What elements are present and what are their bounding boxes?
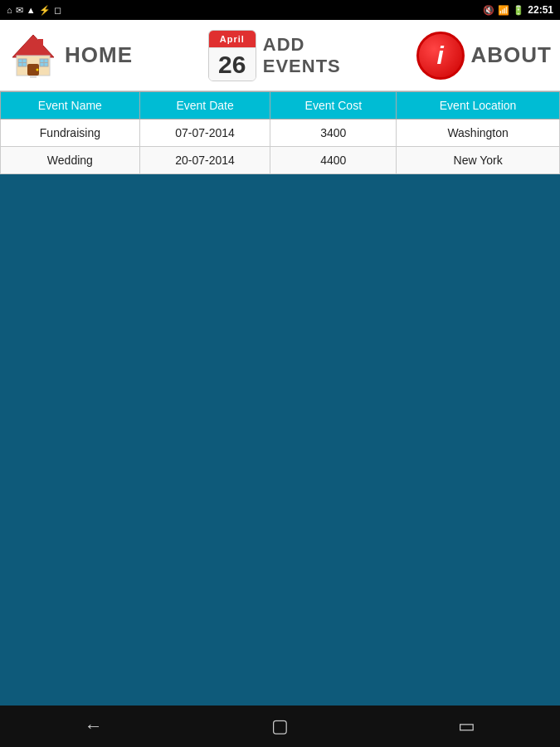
bottom-bar: ← ▢ ▭ (0, 706, 560, 747)
table-row[interactable]: Fundraising07-07-20143400Washington (1, 120, 560, 147)
about-label: ABOUT (471, 42, 552, 68)
status-bar-right: 🔇 📶 🔋 22:51 (483, 4, 553, 16)
add-events-button[interactable]: April 26 ADDEVENTS (208, 30, 341, 81)
usb-icon: ⚡ (39, 5, 51, 16)
table-body: Fundraising07-07-20143400WashingtonWeddi… (1, 120, 560, 174)
table-cell-date: 07-07-2014 (139, 120, 270, 147)
battery-icon: 🔋 (513, 5, 524, 16)
table-header-row: Event Name Event Date Event Cost Event L… (1, 92, 560, 120)
col-event-location: Event Location (397, 92, 560, 120)
home-status-icon: ⌂ (7, 5, 12, 15)
home-icon (8, 31, 58, 81)
about-icon: i (416, 32, 465, 80)
table-cell-cost: 3400 (270, 120, 397, 147)
mute-icon: 🔇 (483, 5, 494, 16)
back-button[interactable]: ← (85, 715, 103, 737)
col-event-date: Event Date (139, 92, 270, 120)
mail-icon: ✉ (16, 5, 23, 16)
home-nav-button[interactable]: ▢ (271, 715, 289, 737)
calendar-day: 26 (209, 47, 256, 81)
table-cell-name: Fundraising (1, 120, 140, 147)
home-label: HOME (65, 42, 133, 68)
table-cell-cost: 4400 (270, 147, 397, 174)
svg-marker-0 (12, 35, 54, 57)
recents-button[interactable]: ▭ (458, 715, 475, 737)
table-cell-date: 20-07-2014 (139, 147, 270, 174)
svg-rect-1 (38, 39, 43, 49)
about-button[interactable]: i ABOUT (416, 32, 552, 80)
table-cell-location: Washington (397, 120, 560, 147)
status-time: 22:51 (528, 4, 553, 16)
svg-point-4 (37, 68, 39, 71)
signal-icon: 📶 (498, 5, 509, 16)
screenshot-icon: ◻ (54, 5, 61, 16)
table-cell-location: New York (397, 147, 560, 174)
status-bar: ⌂ ✉ ▲ ⚡ ◻ 🔇 📶 🔋 22:51 (0, 0, 560, 20)
event-table: Event Name Event Date Event Cost Event L… (0, 91, 560, 174)
svg-rect-11 (30, 76, 37, 78)
home-button[interactable]: HOME (8, 31, 133, 81)
calendar-icon: April 26 (208, 30, 256, 81)
wifi-icon: ▲ (27, 5, 36, 15)
col-event-cost: Event Cost (270, 92, 397, 120)
status-bar-left: ⌂ ✉ ▲ ⚡ ◻ (7, 5, 61, 16)
calendar-month: April (209, 31, 256, 47)
add-events-label: ADDEVENTS (263, 34, 341, 76)
col-event-name: Event Name (1, 92, 140, 120)
table-cell-name: Wedding (1, 147, 140, 174)
table-row[interactable]: Wedding20-07-20144400New York (1, 147, 560, 174)
nav-bar: HOME April 26 ADDEVENTS i ABOUT (0, 20, 560, 91)
